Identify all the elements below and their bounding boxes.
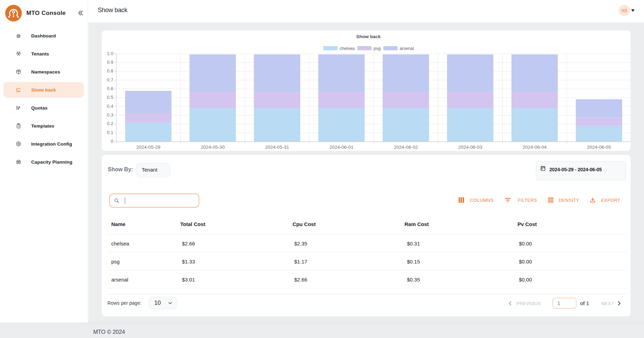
svg-text:0.8: 0.8 [107, 68, 113, 73]
svg-text:2024-06-03: 2024-06-03 [458, 145, 482, 150]
svg-text:2024-06-04: 2024-06-04 [523, 145, 547, 150]
svg-text:0: 0 [111, 139, 113, 144]
svg-text:0.1: 0.1 [107, 130, 113, 135]
svg-text:0.3: 0.3 [107, 112, 113, 118]
svg-text:2024-05-30: 2024-05-30 [201, 145, 225, 150]
svg-text:arsenal: arsenal [400, 46, 414, 51]
svg-text:0.9: 0.9 [107, 60, 113, 65]
svg-text:0.7: 0.7 [107, 77, 113, 83]
svg-text:2024-05-31: 2024-05-31 [265, 145, 289, 150]
svg-text:psg: psg [374, 46, 381, 51]
svg-text:0.4: 0.4 [107, 104, 113, 109]
svg-text:0.6: 0.6 [107, 86, 113, 91]
svg-text:2024-06-02: 2024-06-02 [394, 145, 418, 150]
svg-text:Show back: Show back [356, 34, 381, 39]
svg-text:2024-05-29: 2024-05-29 [136, 145, 160, 150]
svg-text:2024-06-05: 2024-06-05 [587, 145, 611, 150]
svg-text:2024-06-01: 2024-06-01 [330, 145, 354, 150]
svg-text:0.2: 0.2 [107, 121, 113, 126]
svg-text:0.5: 0.5 [107, 95, 113, 100]
svg-text:1.0: 1.0 [107, 51, 113, 56]
svg-text:chelsea: chelsea [340, 46, 355, 51]
